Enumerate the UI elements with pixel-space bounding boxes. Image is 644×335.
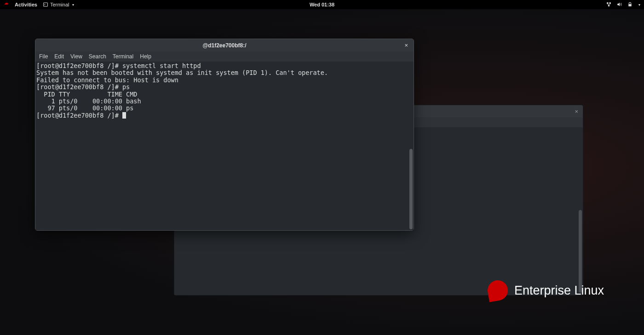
fedora-hat-icon: [486, 279, 510, 302]
menu-view[interactable]: View: [70, 53, 82, 60]
menu-terminal[interactable]: Terminal: [113, 53, 133, 60]
desktop-branding: Enterprise Linux: [488, 280, 604, 301]
volume-icon[interactable]: [616, 1, 622, 8]
foreground-terminal-window[interactable]: @d1f2ee700bf8:/ × File Edit View Search …: [35, 39, 414, 231]
terminal-output[interactable]: [root@d1f2ee700bf8 /]# systemctl start h…: [35, 62, 414, 230]
window-title: @d1f2ee700bf8:/: [202, 42, 246, 49]
menu-edit[interactable]: Edit: [54, 53, 64, 60]
window-titlebar[interactable]: @d1f2ee700bf8:/ ×: [35, 39, 414, 51]
window-menubar: File Edit View Search Terminal Help: [35, 51, 414, 62]
app-menu[interactable]: Terminal ▾: [43, 2, 74, 7]
menu-search[interactable]: Search: [89, 53, 106, 60]
terminal-line: 97 pts/0 00:00:00 ps: [36, 104, 133, 112]
terminal-line: System has not been booted with systemd …: [36, 69, 328, 76]
system-menu-chevron-icon[interactable]: ▾: [638, 3, 640, 7]
app-menu-label: Terminal: [50, 2, 69, 7]
gnome-topbar: Activities Terminal ▾ Wed 01:38 ▾: [0, 0, 644, 9]
branding-text: Enterprise Linux: [514, 284, 604, 298]
close-icon[interactable]: ×: [575, 108, 578, 115]
scrollbar[interactable]: [409, 149, 413, 229]
close-button[interactable]: ×: [404, 42, 408, 49]
clock[interactable]: Wed 01:38: [310, 2, 334, 7]
menu-help[interactable]: Help: [140, 53, 151, 60]
activities-button[interactable]: Activities: [15, 2, 37, 7]
terminal-line: PID TTY TIME CMD: [36, 91, 137, 98]
terminal-prompt: [root@d1f2ee700bf8 /]#: [36, 112, 122, 119]
svg-rect-2: [610, 2, 611, 4]
svg-rect-3: [608, 5, 610, 6]
menu-file[interactable]: File: [39, 53, 48, 60]
terminal-line: 1 pts/0 00:00:00 bash: [36, 97, 141, 105]
svg-rect-1: [607, 2, 608, 4]
terminal-line: [root@d1f2ee700bf8 /]# systemctl start h…: [36, 62, 201, 69]
terminal-line: Failed to connect to bus: Host is down: [36, 76, 178, 84]
svg-rect-4: [628, 4, 632, 6]
network-icon[interactable]: [606, 1, 612, 8]
terminal-cursor: [122, 112, 126, 119]
chevron-down-icon: ▾: [72, 3, 74, 7]
lock-icon[interactable]: [627, 1, 633, 8]
distro-hat-icon: [4, 1, 9, 8]
terminal-icon: [43, 2, 48, 7]
svg-rect-0: [43, 3, 47, 6]
terminal-line: [root@d1f2ee700bf8 /]# ps: [36, 83, 130, 91]
